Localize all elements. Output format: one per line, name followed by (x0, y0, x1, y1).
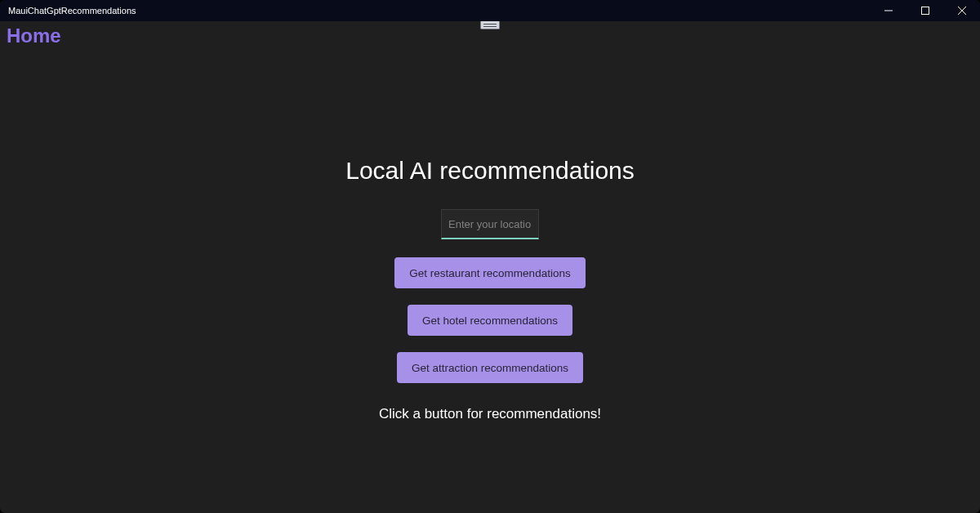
minimize-button[interactable] (870, 0, 906, 21)
maximize-icon (921, 7, 929, 15)
flyout-handle-icon[interactable] (480, 21, 500, 29)
titlebar: MauiChatGptRecommendations (0, 0, 980, 21)
app-window: MauiChatGptRecommendations Home Local AI… (0, 0, 980, 513)
window-controls (870, 0, 980, 21)
main-content: Local AI recommendations Get restaurant … (0, 51, 980, 513)
heading: Local AI recommendations (345, 157, 635, 185)
hint-text: Click a button for recommendations! (379, 406, 601, 422)
minimize-icon (884, 7, 893, 15)
app-title: MauiChatGptRecommendations (8, 6, 136, 16)
location-input[interactable] (441, 209, 539, 239)
close-icon (958, 7, 966, 15)
svg-rect-0 (921, 7, 929, 15)
maximize-button[interactable] (906, 0, 943, 21)
page-title: Home (7, 25, 61, 47)
navbar: Home (0, 21, 980, 51)
close-button[interactable] (943, 0, 980, 21)
get-attraction-button[interactable]: Get attraction recommendations (397, 352, 583, 383)
get-restaurant-button[interactable]: Get restaurant recommendations (394, 257, 585, 288)
get-hotel-button[interactable]: Get hotel recommendations (408, 305, 572, 336)
